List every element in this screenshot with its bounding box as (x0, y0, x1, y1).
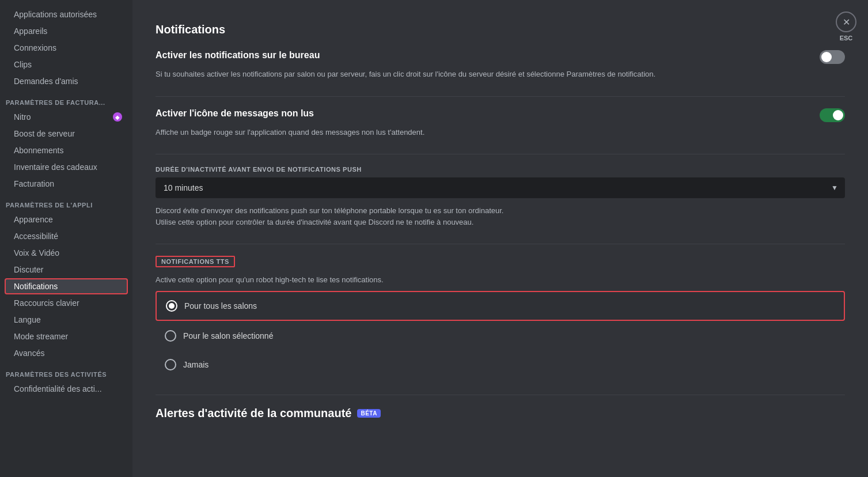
sidebar-item-abonnements[interactable]: Abonnements (5, 142, 128, 158)
page-title: Notifications (156, 23, 845, 36)
radio-label-jamais: Jamais (183, 360, 209, 369)
toggle-x-icon: ✕ (822, 54, 828, 60)
radio-label-salon-selectionne: Pour le salon sélectionné (183, 331, 273, 340)
inactivity-select[interactable]: 1 minute 5 minutes 10 minutes 15 minutes… (156, 177, 845, 198)
divider-4 (156, 395, 845, 395)
sidebar-item-applications-autorisees[interactable]: Applications autorisées (5, 6, 128, 22)
unread-badge-section: Activer l'icône de messages non lus ✓ Af… (156, 108, 845, 138)
community-title: Alertes d'activité de la communauté (156, 407, 351, 420)
sidebar-section-label-activites: PARAMÈTRES DES ACTIVITÉS (0, 362, 132, 380)
inactivity-label: DURÉE D'INACTIVITÉ AVANT ENVOI DE NOTIFI… (156, 166, 845, 173)
sidebar-item-demandes-amis[interactable]: Demandes d'amis (5, 73, 128, 89)
radio-circle-salon-selectionne (165, 330, 176, 342)
divider-3 (156, 244, 845, 244)
tts-description: Active cette option pour qu'un robot hig… (156, 275, 845, 284)
radio-label-tous-salons: Pour tous les salons (184, 301, 257, 311)
inactivity-section: DURÉE D'INACTIVITÉ AVANT ENVOI DE NOTIFI… (156, 166, 845, 228)
sidebar-item-clips[interactable]: Clips (5, 56, 128, 73)
sidebar: Applications autorisées Appareils Connex… (0, 0, 132, 477)
desktop-notifications-text: Activer les notifications sur le bureau (156, 50, 320, 60)
unread-badge-text: Activer l'icône de messages non lus (156, 108, 314, 119)
desktop-notifications-section: Activer les notifications sur le bureau … (156, 50, 845, 80)
sidebar-item-facturation[interactable]: Facturation (5, 176, 128, 192)
divider-2 (156, 154, 845, 154)
divider-1 (156, 96, 845, 97)
radio-circle-tous-salons (166, 300, 177, 312)
main-content: ✕ ESC Notifications Activer les notifica… (132, 0, 868, 477)
sidebar-item-avances[interactable]: Avancés (5, 345, 128, 361)
unread-badge-title: Activer l'icône de messages non lus (156, 108, 314, 119)
sidebar-item-boost-serveur[interactable]: Boost de serveur (5, 126, 128, 142)
sidebar-item-apparence[interactable]: Apparence (5, 211, 128, 228)
unread-badge-toggle[interactable]: ✓ (820, 108, 845, 122)
inactivity-description: Discord évite d'envoyer des notification… (156, 205, 845, 228)
sidebar-item-inventaire-cadeaux[interactable]: Inventaire des cadeaux (5, 159, 128, 175)
inactivity-dropdown-wrapper: 1 minute 5 minutes 10 minutes 15 minutes… (156, 177, 845, 198)
sidebar-item-discuter[interactable]: Discuter (5, 262, 128, 278)
sidebar-item-nitro[interactable]: Nitro ◆ (5, 109, 128, 125)
sidebar-item-langue[interactable]: Langue (5, 312, 128, 328)
community-title-row: Alertes d'activité de la communauté BÉTA (156, 407, 845, 420)
community-alerts-section: Alertes d'activité de la communauté BÉTA (156, 407, 845, 420)
sidebar-item-voix-video[interactable]: Voix & Vidéo (5, 245, 128, 261)
radio-option-salon-selectionne[interactable]: Pour le salon sélectionné (156, 322, 845, 350)
sidebar-item-accessibilite[interactable]: Accessibilité (5, 228, 128, 244)
tts-section: NOTIFICATIONS TTS Active cette option po… (156, 256, 845, 378)
close-icon[interactable]: ✕ (836, 12, 856, 32)
sidebar-item-appareils[interactable]: Appareils (5, 23, 128, 39)
esc-button[interactable]: ✕ ESC (836, 12, 856, 41)
unread-badge-description: Affiche un badge rouge sur l'application… (156, 127, 845, 138)
tts-section-label: NOTIFICATIONS TTS (156, 256, 235, 267)
desktop-notifications-title: Activer les notifications sur le bureau (156, 50, 320, 60)
desktop-notifications-toggle[interactable]: ✕ (820, 50, 845, 64)
sidebar-section-appli: PARAMÈTRES DE L'APPLI Apparence Accessib… (0, 192, 132, 361)
radio-circle-jamais (165, 359, 176, 370)
sidebar-section-facturation: PARAMÈTRES DE FACTURA... Nitro ◆ Boost d… (0, 90, 132, 192)
sidebar-item-raccourcis-clavier[interactable]: Raccourcis clavier (5, 295, 128, 311)
sidebar-section-label-appli: PARAMÈTRES DE L'APPLI (0, 192, 132, 211)
nitro-badge: ◆ (113, 112, 122, 122)
esc-label: ESC (840, 35, 853, 41)
inactivity-dropdown-container: DURÉE D'INACTIVITÉ AVANT ENVOI DE NOTIFI… (156, 166, 845, 198)
beta-badge: BÉTA (357, 409, 380, 418)
sidebar-section-no-label: Applications autorisées Appareils Connex… (0, 6, 132, 89)
desktop-notifications-row: Activer les notifications sur le bureau … (156, 50, 845, 64)
sidebar-section-label-facturation: PARAMÈTRES DE FACTURA... (0, 90, 132, 108)
sidebar-item-confidentialite-acti[interactable]: Confidentialité des acti... (5, 381, 128, 397)
toggle-check-icon: ✓ (837, 111, 843, 119)
sidebar-item-mode-streamer[interactable]: Mode streamer (5, 328, 128, 344)
sidebar-item-connexions[interactable]: Connexions (5, 40, 128, 56)
unread-badge-row: Activer l'icône de messages non lus ✓ (156, 108, 845, 122)
radio-option-jamais[interactable]: Jamais (156, 351, 845, 378)
sidebar-item-notifications[interactable]: Notifications (5, 278, 128, 294)
radio-option-tous-salons[interactable]: Pour tous les salons (156, 291, 845, 321)
desktop-notifications-description: Si tu souhaites activer les notification… (156, 69, 845, 80)
sidebar-section-activites: PARAMÈTRES DES ACTIVITÉS Confidentialité… (0, 362, 132, 397)
